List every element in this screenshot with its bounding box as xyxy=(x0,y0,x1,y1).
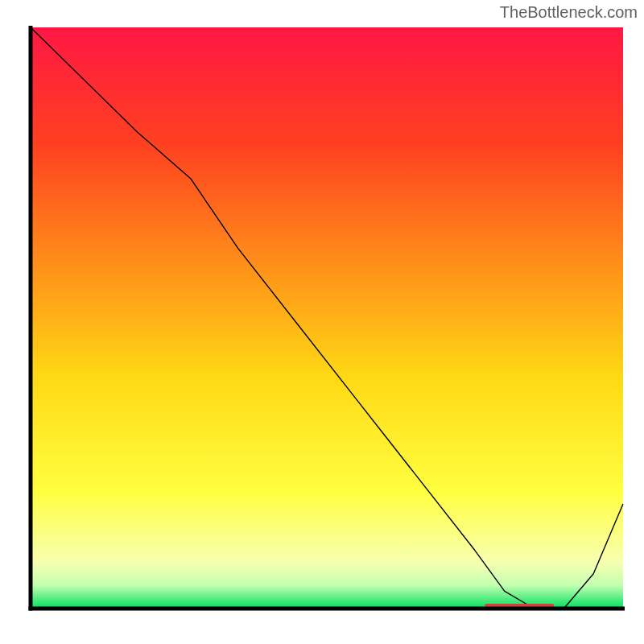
chart-container xyxy=(16,24,628,628)
watermark: TheBottleneck.com xyxy=(500,3,638,22)
chart-svg xyxy=(16,24,628,628)
